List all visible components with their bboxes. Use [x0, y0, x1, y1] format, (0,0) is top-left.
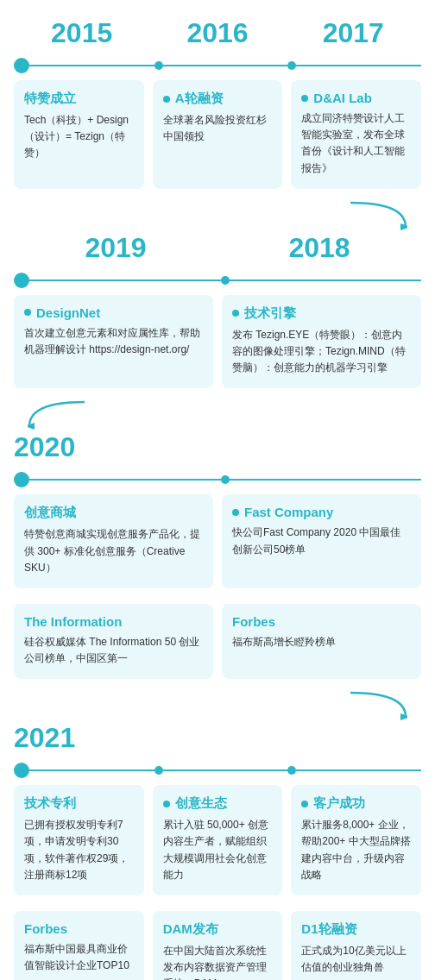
card-d1-round: D1轮融资 正式成为10亿美元以上估值的创业独角兽: [291, 911, 421, 980]
dot-tech-engine: [232, 310, 239, 317]
card-title-fast-company: Fast Company: [232, 505, 411, 519]
cards-row-2020-r2: The Information 硅谷权威媒体 The Information 5…: [14, 604, 421, 679]
timeline-line-2015: [29, 65, 154, 66]
card-customer-success: 客户成功 累计服务8,000+ 企业，帮助200+ 中大型品牌搭建内容中台，升级…: [291, 785, 421, 895]
card-the-information: The Information 硅谷权威媒体 The Information 5…: [14, 604, 213, 679]
timeline-mid-dot: [154, 61, 163, 70]
dot-fast-company: [232, 509, 239, 516]
year-2020: 2020: [14, 431, 75, 462]
dot-dai: [301, 95, 308, 102]
card-title-d1-round: D1轮融资: [301, 921, 411, 938]
card-creative-mall: 创意商城 特赞创意商城实现创意服务产品化，提供 300+ 标准化创意服务（Cre…: [14, 494, 213, 588]
card-body-creative-mall: 特赞创意商城实现创意服务产品化，提供 300+ 标准化创意服务（Creative…: [24, 526, 203, 576]
card-body-tezign: Tech（科技）+ Design（设计）= Tezign（特赞）: [24, 112, 134, 162]
card-body-forbes-2020: 福布斯高增长瞪羚榜单: [232, 634, 411, 650]
card-body-tech-engine: 发布 Tezign.EYE（特赞眼）：创意内容的图像处理引擎；Tezign.MI…: [232, 327, 411, 377]
year-2019: 2019: [85, 232, 146, 263]
card-body-series-a: 全球著名风险投资红杉中国领投: [163, 112, 273, 145]
card-title-creative-mall: 创意商城: [24, 505, 203, 521]
timeline-dot-2019: [14, 273, 29, 288]
timeline-dot-2015: [14, 58, 29, 73]
card-forbes-2021: Forbes 福布斯中国最具商业价值智能设计企业TOP10: [14, 911, 144, 980]
timeline-line-2016: [163, 65, 288, 66]
dot-customer-success: [301, 801, 308, 807]
right-curve-2: [14, 689, 407, 720]
cards-row-2021-r1: 技术专利 已拥有授权发明专利7项，申请发明专利30项，软件著作权29项，注册商标…: [14, 785, 421, 895]
card-title-forbes-2020: Forbes: [232, 614, 411, 629]
card-title-designnet: DesignNet: [24, 305, 203, 320]
left-curve-1: [28, 399, 421, 430]
year-2021: 2021: [14, 722, 75, 753]
card-body-tech-patent: 已拥有授权发明专利7项，申请发明专利30项，软件著作权29项，注册商标12项: [24, 817, 134, 883]
timeline-line-2017: [296, 65, 421, 66]
year-2016: 2016: [186, 17, 248, 48]
card-body-dai: 成立同济特赞设计人工智能实验室，发布全球首份《设计和人工智能报告》: [301, 110, 411, 177]
section-2015: 2015 2016 2017 特赞成立 Tech（科技）+ Design（设计: [14, 17, 421, 189]
card-body-fast-company: 快公司Fast Company 2020 中国最佳创新公司50榜单: [232, 525, 411, 557]
card-title-customer-success: 客户成功: [301, 795, 411, 812]
card-tech-patent: 技术专利 已拥有授权发明专利7项，申请发明专利30项，软件著作权29项，注册商标…: [14, 785, 144, 895]
card-body-d1-round: 正式成为10亿美元以上估值的创业独角兽: [301, 943, 411, 976]
cards-row-2020-r1: 创意商城 特赞创意商城实现创意服务产品化，提供 300+ 标准化创意服务（Cre…: [14, 494, 421, 588]
section-2019: 2019 2018 DesignNet 首次建立创意元素和对应属性库，帮助机器理…: [14, 232, 421, 389]
card-designnet: DesignNet 首次建立创意元素和对应属性库，帮助机器理解设计 https:…: [14, 295, 213, 389]
card-fast-company: Fast Company 快公司Fast Company 2020 中国最佳创新…: [222, 494, 421, 588]
dot-creative-eco: [163, 801, 170, 807]
section-2021: 2021 技术专利 已拥有授权发明专利7项，申请发明专利30项，软件著作权29项…: [14, 722, 421, 980]
year-2017: 2017: [323, 17, 384, 48]
cards-row-2015: 特赞成立 Tech（科技）+ Design（设计）= Tezign（特赞） A轮…: [14, 80, 421, 189]
section-2020: 2020 创意商城 特赞创意商城实现创意服务产品化，提供 300+ 标准化创意服…: [14, 431, 421, 679]
card-title-the-information: The Information: [24, 614, 203, 629]
card-creative-eco: 创意生态 累计入驻 50,000+ 创意内容生产者，赋能组织大规模调用社会化创意…: [153, 785, 283, 895]
card-title-dam: DAM发布: [163, 921, 273, 938]
year-2015: 2015: [51, 17, 112, 48]
timeline-mid-dot2: [287, 61, 296, 70]
dot-designnet: [24, 309, 31, 316]
card-body-customer-success: 累计服务8,000+ 企业，帮助200+ 中大型品牌搭建内容中台，升级内容战略: [301, 817, 411, 883]
cards-row-2019: DesignNet 首次建立创意元素和对应属性库，帮助机器理解设计 https:…: [14, 295, 421, 389]
timeline-dot-2020: [14, 472, 29, 487]
card-tezign-founded: 特赞成立 Tech（科技）+ Design（设计）= Tezign（特赞）: [14, 80, 144, 189]
cards-row-2021-r2: Forbes 福布斯中国最具商业价值智能设计企业TOP10 DAM发布 在中国大…: [14, 911, 421, 980]
card-body-forbes-2021: 福布斯中国最具商业价值智能设计企业TOP10: [24, 941, 134, 974]
card-series-a: A轮融资 全球著名风险投资红杉中国领投: [153, 80, 283, 189]
card-body-dam: 在中国大陆首次系统性发布内容数据资产管理系统（DAM）: [163, 943, 273, 980]
card-tech-engine: 技术引擎 发布 Tezign.EYE（特赞眼）：创意内容的图像处理引擎；Tezi…: [222, 295, 421, 389]
card-body-creative-eco: 累计入驻 50,000+ 创意内容生产者，赋能组织大规模调用社会化创意能力: [163, 817, 273, 883]
year-2018: 2018: [288, 232, 350, 263]
card-title-creative-eco: 创意生态: [163, 795, 273, 812]
card-body-the-information: 硅谷权威媒体 The Information 50 创业公司榜单，中国区第一: [24, 634, 203, 667]
card-title-tezign: 特赞成立: [24, 91, 134, 107]
timeline-dot-2021: [14, 763, 29, 778]
card-body-designnet: 首次建立创意元素和对应属性库，帮助机器理解设计 https://design-n…: [24, 325, 203, 358]
card-title-series-a: A轮融资: [163, 91, 273, 107]
right-curve-1: [14, 199, 407, 230]
dot-series-a: [163, 96, 170, 103]
card-forbes-2020: Forbes 福布斯高增长瞪羚榜单: [222, 604, 421, 679]
card-title-dai: D&AI Lab: [301, 91, 411, 105]
card-title-tech-engine: 技术引擎: [232, 305, 411, 322]
card-title-forbes-2021: Forbes: [24, 921, 134, 936]
timeline-container: 2015 2016 2017 特赞成立 Tech（科技）+ Design（设计: [0, 0, 435, 980]
card-dai-lab: D&AI Lab 成立同济特赞设计人工智能实验室，发布全球首份《设计和人工智能报…: [291, 80, 421, 189]
card-dam: DAM发布 在中国大陆首次系统性发布内容数据资产管理系统（DAM）: [153, 911, 283, 980]
card-title-tech-patent: 技术专利: [24, 795, 134, 812]
